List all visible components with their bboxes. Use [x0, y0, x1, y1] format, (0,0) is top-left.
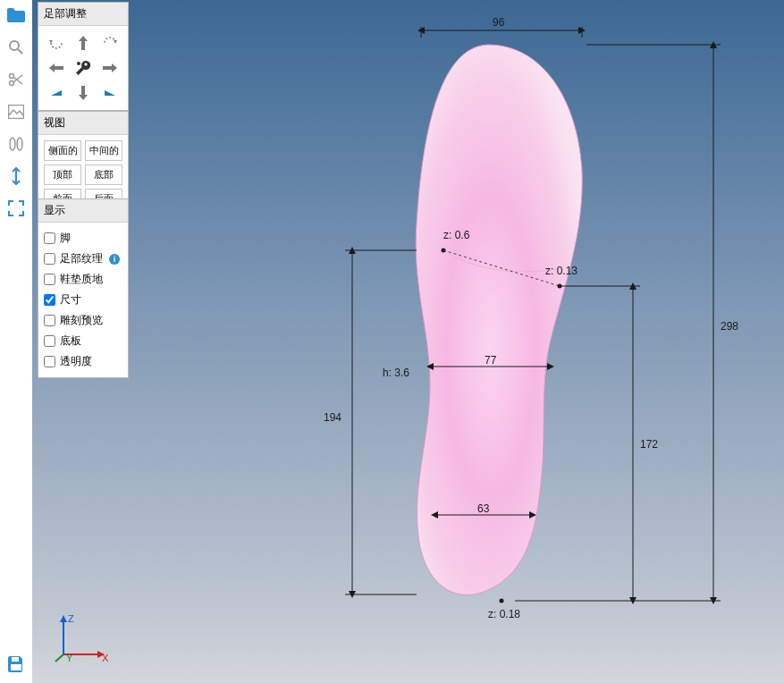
dim-heel-width: 63 — [477, 502, 489, 515]
image-icon[interactable] — [6, 102, 26, 122]
svg-point-28 — [500, 599, 504, 603]
arrows-vertical-icon[interactable] — [6, 166, 26, 186]
svg-text:Z: Z — [68, 613, 74, 624]
svg-point-0 — [10, 41, 19, 50]
dim-mid-width: 77 — [485, 354, 496, 367]
svg-line-35 — [55, 654, 63, 662]
svg-point-7 — [10, 138, 15, 150]
svg-rect-9 — [12, 657, 19, 662]
folder-icon[interactable] — [6, 5, 26, 25]
insole-model — [416, 45, 582, 594]
scissors-icon[interactable] — [6, 70, 26, 89]
svg-line-1 — [18, 49, 22, 54]
dim-z-mid: z: 0.13 — [545, 265, 577, 277]
dim-h-left: h: 3.6 — [383, 367, 409, 379]
svg-text:X: X — [102, 653, 109, 663]
dim-right-inner: 172 — [640, 438, 658, 451]
svg-point-27 — [558, 284, 562, 289]
expand-icon[interactable] — [6, 198, 26, 218]
model-canvas — [32, 0, 784, 683]
dim-left-length: 194 — [324, 411, 341, 424]
dim-z-bottom: z: 0.18 — [488, 608, 520, 620]
axis-gizmo: Z X Y — [50, 611, 113, 665]
svg-marker-30 — [60, 615, 67, 622]
main-toolbar — [0, 0, 32, 683]
footprints-icon[interactable] — [6, 134, 26, 154]
save-icon[interactable] — [6, 654, 26, 674]
dim-z-top: z: 0.6 — [443, 229, 469, 241]
dim-right-length: 298 — [721, 320, 738, 333]
viewport-3d[interactable]: 足部调整 视图 侧面的中间的顶部底部前面后面 显示 脚足部纹理i鞋垫质地尺寸雕刻… — [32, 0, 784, 683]
svg-text:Y: Y — [66, 653, 73, 663]
zoom-icon[interactable] — [6, 38, 26, 57]
svg-point-8 — [17, 138, 22, 150]
dim-top-width: 96 — [493, 16, 504, 29]
svg-rect-10 — [11, 664, 21, 670]
